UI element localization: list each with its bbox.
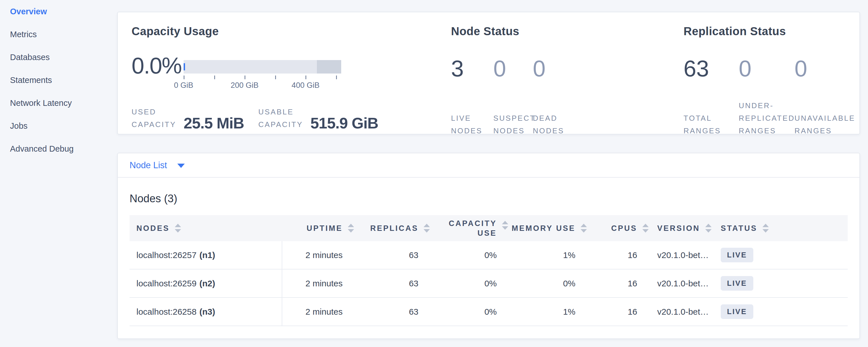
sort-icon xyxy=(175,224,181,232)
sort-icon xyxy=(502,221,508,230)
sidebar: Overview Metrics Databases Statements Ne… xyxy=(0,0,117,166)
memory-use-cell: 0% xyxy=(511,270,590,297)
stat-label-line: USED xyxy=(131,105,176,118)
sidebar-item-network-latency[interactable]: Network Latency xyxy=(10,98,117,108)
stat-label-line: CAPACITY xyxy=(131,118,176,131)
nodes-table: NODES UPTIME REPLICAS CAPACITY USE MEMOR… xyxy=(129,215,848,326)
suspect-nodes-count: 0 xyxy=(493,55,533,83)
live-nodes-count: 3 xyxy=(451,55,493,83)
version-cell: v20.1.0-bet… xyxy=(651,298,721,325)
sort-icon xyxy=(763,224,769,232)
axis-label: 0 GiB xyxy=(174,81,193,90)
node-address-cell[interactable]: localhost:26257(n1) xyxy=(129,241,282,269)
replicas-cell: 63 xyxy=(357,241,433,269)
chevron-down-icon xyxy=(177,164,185,168)
sort-icon xyxy=(642,224,649,232)
node-address-cell[interactable]: localhost:26259(n2) xyxy=(129,270,282,297)
memory-use-cell: 1% xyxy=(511,298,590,325)
status-cell: LIVE xyxy=(721,270,848,297)
node-row[interactable]: localhost:26258(n3) 2 minutes 63 0% 1% 1… xyxy=(129,298,848,326)
under-replicated-count: 0 xyxy=(739,55,795,83)
total-ranges-count: 63 xyxy=(684,55,739,83)
stat-label-line: DEAD xyxy=(533,112,564,124)
main-content: Capacity Usage 0.0% 0 GiB 200 GiB xyxy=(117,12,860,339)
sidebar-item-overview[interactable]: Overview xyxy=(10,6,117,17)
stat-label-line: CAPACITY xyxy=(258,118,303,131)
unavailable-ranges-count: 0 xyxy=(795,55,855,83)
sort-icon xyxy=(424,224,430,232)
column-header-replicas[interactable]: REPLICAS xyxy=(357,215,433,241)
sidebar-item-advanced-debug[interactable]: Advanced Debug xyxy=(10,144,117,154)
stat-label-line: NODES xyxy=(533,124,564,137)
capacity-reserved-segment xyxy=(317,60,341,73)
stat-label-line: USABLE xyxy=(258,105,303,118)
node-address-cell[interactable]: localhost:26258(n3) xyxy=(129,298,282,325)
status-cell: LIVE xyxy=(721,298,848,325)
status-cell: LIVE xyxy=(721,241,848,269)
sidebar-item-metrics[interactable]: Metrics xyxy=(10,29,117,39)
uptime-cell: 2 minutes xyxy=(282,241,357,269)
column-header-memory-use[interactable]: MEMORY USE xyxy=(511,215,590,241)
status-badge: LIVE xyxy=(721,248,753,262)
sort-icon xyxy=(581,224,587,232)
nodes-section-title: Nodes (3) xyxy=(129,192,860,205)
capacity-use-cell: 0% xyxy=(433,270,511,297)
capacity-axis-labels: 0 GiB 200 GiB 400 GiB xyxy=(184,81,336,91)
sidebar-item-databases[interactable]: Databases xyxy=(10,52,117,62)
dead-nodes-count: 0 xyxy=(533,55,564,83)
unavailable-ranges-stat: 0 UNAVAILABLE RANGES xyxy=(795,55,855,137)
memory-use-cell: 1% xyxy=(511,241,590,269)
node-row[interactable]: localhost:26257(n1) 2 minutes 63 0% 1% 1… xyxy=(129,241,848,270)
stat-label-line: RANGES xyxy=(795,124,855,137)
sort-icon xyxy=(705,224,712,232)
status-badge: LIVE xyxy=(721,304,753,319)
node-list-dropdown-label: Node List xyxy=(129,160,167,170)
suspect-nodes-stat: 0 SUSPECT NODES xyxy=(493,55,533,137)
version-cell: v20.1.0-bet… xyxy=(651,241,721,269)
capacity-axis-ticks xyxy=(184,75,336,79)
stat-label-line: UNDER- xyxy=(739,99,795,112)
capacity-use-cell: 0% xyxy=(433,298,511,325)
column-header-cpus[interactable]: CPUS xyxy=(590,215,651,241)
total-ranges-stat: 63 TOTAL RANGES xyxy=(684,55,739,137)
cpus-cell: 16 xyxy=(590,241,651,269)
uptime-cell: 2 minutes xyxy=(282,298,357,325)
version-cell: v20.1.0-bet… xyxy=(651,270,721,297)
cpus-cell: 16 xyxy=(590,298,651,325)
axis-label: 200 GiB xyxy=(230,81,258,90)
stat-label-line: LIVE xyxy=(451,112,493,124)
stat-label-line: SUSPECT xyxy=(493,112,533,124)
cluster-summary-card: Capacity Usage 0.0% 0 GiB 200 GiB xyxy=(117,12,860,134)
nodes-table-header: NODES UPTIME REPLICAS CAPACITY USE MEMOR… xyxy=(129,215,848,241)
node-list-dropdown[interactable]: Node List xyxy=(129,160,185,170)
sidebar-item-statements[interactable]: Statements xyxy=(10,75,117,85)
stat-label-line: REPLICATED xyxy=(739,112,795,124)
used-capacity-value: 25.5 MiB xyxy=(184,115,244,131)
usable-capacity-stat: USABLE CAPACITY 515.9 GiB xyxy=(258,105,378,131)
capacity-usage-title: Capacity Usage xyxy=(131,25,449,38)
uptime-cell: 2 minutes xyxy=(282,270,357,297)
column-header-uptime[interactable]: UPTIME xyxy=(282,215,357,241)
replication-status-section: Replication Status 63 TOTAL RANGES 0 UND… xyxy=(684,12,855,137)
dead-nodes-stat: 0 DEAD NODES xyxy=(533,55,564,137)
column-header-status[interactable]: STATUS xyxy=(721,215,848,241)
capacity-gauge-chart: 0 GiB 200 GiB 400 GiB xyxy=(184,60,344,91)
stat-label-line: RANGES xyxy=(684,124,739,137)
live-nodes-stat: 3 LIVE NODES xyxy=(451,55,493,137)
replicas-cell: 63 xyxy=(357,298,433,325)
view-selector-row: Node List xyxy=(118,153,860,178)
sort-icon xyxy=(348,224,354,232)
used-capacity-stat: USED CAPACITY 25.5 MiB xyxy=(131,105,244,131)
capacity-use-cell: 0% xyxy=(433,241,511,269)
under-replicated-ranges-stat: 0 UNDER- REPLICATED RANGES xyxy=(739,55,795,137)
cpus-cell: 16 xyxy=(590,270,651,297)
stat-label-line: TOTAL xyxy=(684,112,739,124)
column-header-nodes[interactable]: NODES xyxy=(129,215,282,241)
node-list-card: Node List Nodes (3) NODES UPTIME REPLICA… xyxy=(117,153,860,339)
column-header-capacity-use[interactable]: CAPACITY USE xyxy=(433,215,511,241)
sidebar-item-jobs[interactable]: Jobs xyxy=(10,121,117,131)
stat-label-line: RANGES xyxy=(739,124,795,137)
status-badge: LIVE xyxy=(721,276,753,291)
column-header-version[interactable]: VERSION xyxy=(651,215,721,241)
node-row[interactable]: localhost:26259(n2) 2 minutes 63 0% 0% 1… xyxy=(129,270,848,298)
